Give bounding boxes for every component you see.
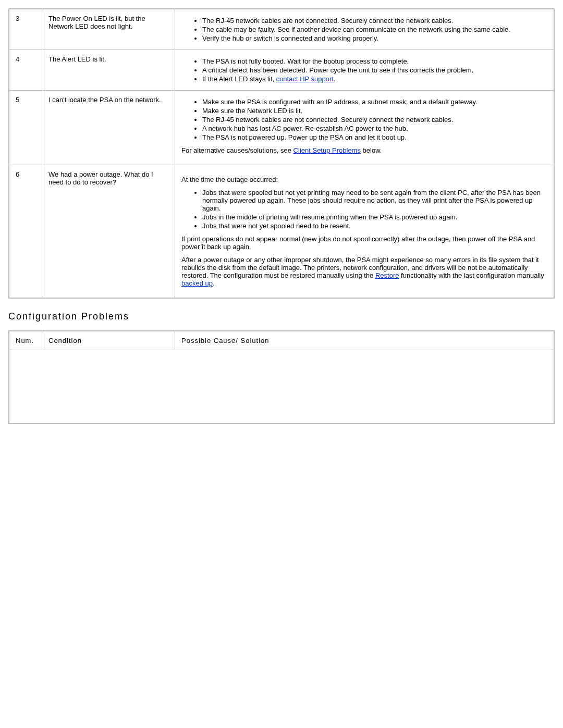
row-num: 4 xyxy=(9,50,42,91)
list-item: The RJ-45 network cables are not connect… xyxy=(202,17,547,24)
row-condition: The Power On LED is lit, but the Network… xyxy=(42,9,175,50)
text: For alternative causes/solutions, see xyxy=(181,146,293,154)
table-row: 3 The Power On LED is lit, but the Netwo… xyxy=(9,9,554,50)
list-item: Make sure the PSA is configured with an … xyxy=(202,98,547,106)
backed-up-link[interactable]: backed up xyxy=(181,279,213,287)
list-item: Jobs that were not yet spooled need to b… xyxy=(202,222,547,230)
contact-hp-support-link[interactable]: contact HP support xyxy=(276,75,334,83)
row-solution: At the time the outage occurred: Jobs th… xyxy=(175,165,555,299)
list-item: The PSA is not fully booted. Wait for th… xyxy=(202,57,547,65)
row-num: 6 xyxy=(9,165,42,299)
table-row: 6 We had a power outage. What do I need … xyxy=(9,165,554,299)
text: below. xyxy=(361,146,382,154)
list-item: The PSA is not powered up. Power up the … xyxy=(202,133,547,141)
configuration-problems-heading: Configuration Problems xyxy=(8,311,555,322)
troubleshooting-table: 3 The Power On LED is lit, but the Netwo… xyxy=(8,8,555,299)
list-item: A network hub has lost AC power. Re-esta… xyxy=(202,125,547,132)
row-solution: The RJ-45 network cables are not connect… xyxy=(175,9,555,50)
empty-body xyxy=(9,350,554,424)
row-num: 3 xyxy=(9,9,42,50)
row-solution: Make sure the PSA is configured with an … xyxy=(175,91,555,165)
row-condition: The Alert LED is lit. xyxy=(42,50,175,91)
solution-list: Make sure the PSA is configured with an … xyxy=(194,98,547,141)
solution-list: The RJ-45 network cables are not connect… xyxy=(194,17,547,42)
configuration-problems-table: Num. Condition Possible Cause/ Solution xyxy=(8,330,555,424)
table-row xyxy=(9,350,554,424)
row-num: 5 xyxy=(9,91,42,165)
header-solution: Possible Cause/ Solution xyxy=(175,331,555,350)
extra-note: For alternative causes/solutions, see Cl… xyxy=(181,146,547,154)
list-item: If the Alert LED stays lit, contact HP s… xyxy=(202,75,547,83)
header-num: Num. xyxy=(9,331,42,350)
list-item: The RJ-45 network cables are not connect… xyxy=(202,116,547,124)
paragraph: If print operations do not appear normal… xyxy=(181,235,547,251)
text: functionality with the last configuratio… xyxy=(399,272,544,279)
row-condition: I can't locate the PSA on the network. xyxy=(42,91,175,165)
table-row: 4 The Alert LED is lit. The PSA is not f… xyxy=(9,50,554,91)
list-item: Verify the hub or switch is connected an… xyxy=(202,34,547,42)
list-item: The cable may be faulty. See if another … xyxy=(202,26,547,33)
client-setup-problems-link[interactable]: Client Setup Problems xyxy=(293,146,361,154)
paragraph: After a power outage or any other improp… xyxy=(181,256,547,287)
list-item: Jobs in the middle of printing will resu… xyxy=(202,213,547,221)
list-item: A critical defect has been detected. Pow… xyxy=(202,66,547,74)
restore-link[interactable]: Restore xyxy=(375,272,399,279)
list-item: Make sure the Network LED is lit. xyxy=(202,107,547,115)
table-row: 5 I can't locate the PSA on the network.… xyxy=(9,91,554,165)
list-item: Jobs that were spooled but not yet print… xyxy=(202,189,547,212)
header-condition: Condition xyxy=(42,331,175,350)
solution-list: The PSA is not fully booted. Wait for th… xyxy=(194,57,547,83)
intro-text: At the time the outage occurred: xyxy=(181,176,547,183)
table-header-row: Num. Condition Possible Cause/ Solution xyxy=(9,331,554,350)
row-solution: The PSA is not fully booted. Wait for th… xyxy=(175,50,555,91)
solution-list: Jobs that were spooled but not yet print… xyxy=(194,189,547,230)
text: . xyxy=(213,279,215,287)
text: . xyxy=(334,75,336,83)
row-condition: We had a power outage. What do I need to… xyxy=(42,165,175,299)
text: If the Alert LED stays lit, xyxy=(202,75,276,83)
